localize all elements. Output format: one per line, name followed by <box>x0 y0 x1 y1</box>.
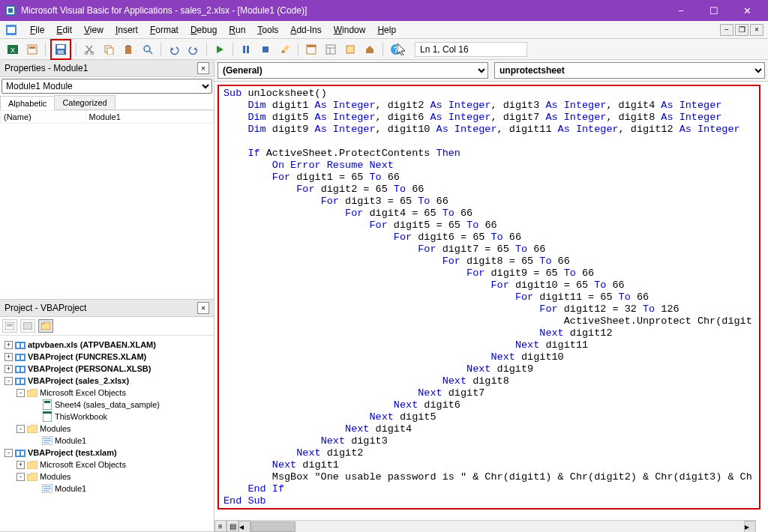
svg-rect-20 <box>247 46 249 53</box>
view-excel-button[interactable]: X <box>4 41 21 58</box>
tree-node[interactable]: Sheet4 (sales_data_sample) <box>3 399 211 411</box>
help-button[interactable]: ? <box>388 41 404 58</box>
reset-button[interactable] <box>257 41 274 58</box>
paste-button[interactable] <box>120 41 136 58</box>
tree-node[interactable]: -Microsoft Excel Objects <box>3 387 211 399</box>
mdi-system-icon[interactable] <box>4 23 18 37</box>
menu-help[interactable]: Help <box>371 23 402 37</box>
svg-rect-15 <box>107 48 113 55</box>
tree-node[interactable]: +VBAProject (FUNCRES.XLAM) <box>3 351 211 363</box>
svg-rect-35 <box>16 343 20 348</box>
menu-file[interactable]: File <box>24 23 50 37</box>
scroll-right-button[interactable]: ▸ <box>744 521 756 532</box>
tree-expander[interactable]: - <box>16 473 25 481</box>
close-button[interactable]: ✕ <box>730 0 764 21</box>
insert-module-button[interactable] <box>24 41 40 58</box>
project-tree[interactable]: +atpvbaen.xls (ATPVBAEN.XLAM)+VBAProject… <box>0 336 214 531</box>
menu-edit[interactable]: Edit <box>50 23 78 37</box>
menu-add-ins[interactable]: Add-Ins <box>284 23 327 37</box>
tree-node[interactable]: +VBAProject (PERSONAL.XLSB) <box>3 363 211 375</box>
minimize-button[interactable]: − <box>664 0 698 21</box>
svg-text:?: ? <box>394 45 399 54</box>
mdi-close-button[interactable]: × <box>750 24 764 36</box>
svg-rect-38 <box>16 355 20 360</box>
maximize-button[interactable]: ☐ <box>698 0 730 21</box>
tree-expander[interactable]: + <box>4 365 13 373</box>
tab-alphabetic[interactable]: Alphabetic <box>0 96 55 110</box>
mdi-restore-button[interactable]: ❐ <box>735 24 748 36</box>
tree-expander[interactable]: - <box>4 377 13 385</box>
svg-rect-56 <box>21 451 24 456</box>
save-button[interactable] <box>52 41 69 58</box>
svg-rect-42 <box>21 367 24 372</box>
scroll-left-button[interactable]: ◂ <box>238 521 250 532</box>
properties-close-button[interactable]: × <box>197 62 209 74</box>
titlebar[interactable]: Microsoft Visual Basic for Applications … <box>0 0 768 21</box>
module-icon <box>42 435 52 446</box>
svg-rect-41 <box>16 367 20 372</box>
tree-node[interactable]: -VBAProject (sales_2.xlsx) <box>3 375 211 387</box>
properties-object-combo[interactable]: Module1 Module <box>2 79 212 94</box>
run-button[interactable] <box>212 41 228 58</box>
cut-button[interactable] <box>81 41 98 58</box>
menu-insert[interactable]: Insert <box>110 23 144 37</box>
project-close-button[interactable]: × <box>197 302 209 314</box>
svg-rect-11 <box>58 50 64 54</box>
procedure-dropdown[interactable]: unprotectsheet <box>494 62 765 79</box>
tree-label: Microsoft Excel Objects <box>40 388 126 397</box>
redo-button[interactable] <box>185 41 202 58</box>
tree-node[interactable]: -Modules <box>3 471 211 483</box>
project-explorer-button[interactable] <box>303 41 320 58</box>
menu-tools[interactable]: Tools <box>251 23 284 37</box>
break-button[interactable] <box>238 41 254 58</box>
tree-label: Sheet4 (sales_data_sample) <box>55 400 160 409</box>
properties-title: Properties - Module1 <box>4 63 88 73</box>
tree-label: VBAProject (PERSONAL.XLSB) <box>28 364 151 373</box>
svg-rect-27 <box>346 46 354 53</box>
toggle-folders-button[interactable] <box>38 319 53 333</box>
procedure-view-button[interactable]: ≡ <box>214 520 226 532</box>
tree-node[interactable]: -Modules <box>3 423 211 435</box>
tree-expander[interactable]: - <box>16 425 25 433</box>
find-button[interactable] <box>140 41 156 58</box>
toolbox-button[interactable] <box>362 41 378 58</box>
undo-button[interactable] <box>166 41 182 58</box>
copy-button[interactable] <box>100 41 117 58</box>
tree-expander[interactable]: - <box>4 449 13 457</box>
menu-window[interactable]: Window <box>328 23 372 37</box>
tree-node[interactable]: -VBAProject (test.xlam) <box>3 447 211 459</box>
properties-panel-header[interactable]: Properties - Module1 × <box>0 60 214 77</box>
tree-node[interactable]: +atpvbaen.xls (ATPVBAEN.XLAM) <box>3 339 211 351</box>
object-browser-button[interactable] <box>342 41 358 58</box>
svg-rect-8 <box>29 46 35 49</box>
design-mode-button[interactable] <box>277 41 293 58</box>
tree-node[interactable]: ThisWorkbook <box>3 411 211 423</box>
tree-expander[interactable]: + <box>16 461 25 469</box>
properties-window-button[interactable] <box>322 41 339 58</box>
view-object-button[interactable] <box>20 319 35 333</box>
object-dropdown[interactable]: (General) <box>218 62 488 79</box>
menu-view[interactable]: View <box>78 23 110 37</box>
project-panel-header[interactable]: Project - VBAProject × <box>0 300 214 317</box>
properties-grid[interactable]: (Name)Module1 <box>0 110 214 299</box>
code-editor[interactable]: Sub unlocksheet() Dim digit1 As Integer,… <box>214 82 768 532</box>
full-module-view-button[interactable]: ▤ <box>226 520 238 532</box>
svg-rect-24 <box>326 45 335 54</box>
tree-expander[interactable]: + <box>4 341 13 349</box>
view-code-button[interactable] <box>2 319 17 333</box>
tree-node[interactable]: Module1 <box>3 435 211 447</box>
tree-expander[interactable]: - <box>16 389 25 397</box>
tree-label: Modules <box>40 424 71 433</box>
menu-debug[interactable]: Debug <box>184 23 223 37</box>
vba-icon <box>15 339 26 350</box>
horizontal-scrollbar[interactable] <box>250 521 744 532</box>
menu-run[interactable]: Run <box>223 23 251 37</box>
tree-expander[interactable]: + <box>4 353 13 361</box>
tree-node[interactable]: +Microsoft Excel Objects <box>3 459 211 471</box>
mdi-minimize-button[interactable]: − <box>720 24 734 36</box>
tab-categorized[interactable]: Categorized <box>54 95 115 109</box>
svg-rect-49 <box>43 411 52 414</box>
menu-format[interactable]: Format <box>144 23 184 37</box>
prop-name-value[interactable]: Module1 <box>86 111 213 124</box>
tree-node[interactable]: Module1 <box>3 483 211 495</box>
